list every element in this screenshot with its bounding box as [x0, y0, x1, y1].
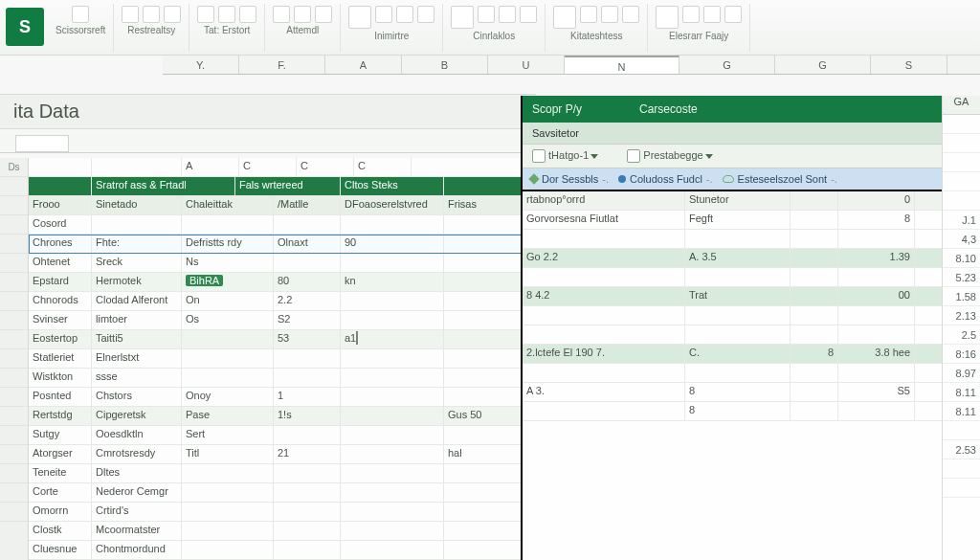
cell[interactable]: Clostk: [29, 522, 92, 540]
ribbon-button[interactable]: [143, 6, 160, 23]
cell[interactable]: 8: [685, 383, 791, 401]
cell[interactable]: [791, 402, 838, 420]
cell[interactable]: Fhte:: [92, 235, 182, 253]
column-header[interactable]: A: [325, 56, 402, 74]
cell[interactable]: [791, 287, 838, 305]
ribbon-button[interactable]: [601, 6, 618, 23]
cell[interactable]: Crtird's: [92, 503, 182, 521]
cell[interactable]: [274, 215, 341, 234]
ribbon-button[interactable]: [622, 6, 639, 23]
ribbon-button[interactable]: [197, 6, 214, 23]
ribbon-button[interactable]: [478, 6, 495, 23]
cell[interactable]: Wistkton: [29, 369, 92, 387]
cell[interactable]: Ohtenet: [29, 254, 92, 272]
ribbon-button[interactable]: [451, 6, 474, 29]
cell[interactable]: [791, 249, 838, 267]
ribbon-button[interactable]: [580, 6, 597, 23]
cell[interactable]: 3.8 hee: [838, 345, 915, 363]
cell[interactable]: [838, 306, 915, 325]
cell[interactable]: Fals wrtereed: [235, 177, 341, 195]
cell[interactable]: 8 4.2: [523, 287, 685, 305]
name-box[interactable]: [15, 135, 69, 152]
row-number[interactable]: Ds: [0, 158, 28, 177]
cell[interactable]: 8.10: [943, 249, 980, 268]
ribbon-button[interactable]: [375, 6, 392, 23]
cell[interactable]: [444, 522, 530, 540]
cell[interactable]: [182, 330, 274, 348]
row-number-gutter[interactable]: Ds: [0, 158, 29, 560]
cell[interactable]: [523, 306, 685, 325]
cell[interactable]: limtoer: [92, 311, 182, 329]
cell[interactable]: [182, 522, 274, 540]
column-headers[interactable]: Y.F.ABUNGGS: [163, 56, 980, 75]
row-number[interactable]: [0, 215, 28, 235]
cell[interactable]: [274, 254, 341, 272]
cell[interactable]: [274, 426, 341, 444]
cell[interactable]: C: [297, 158, 354, 176]
cell[interactable]: Nederor Cemgr: [92, 483, 182, 502]
cell[interactable]: [341, 349, 444, 368]
cell[interactable]: [341, 215, 444, 234]
cell[interactable]: [943, 421, 980, 440]
cell[interactable]: [685, 364, 791, 382]
row-number[interactable]: [0, 349, 28, 369]
cell[interactable]: [444, 349, 530, 368]
cell[interactable]: [523, 268, 685, 286]
cell[interactable]: Ooesdktln: [92, 426, 182, 444]
cell[interactable]: DFoaoserelstvred: [341, 196, 444, 214]
column-header[interactable]: N: [565, 56, 679, 74]
cell[interactable]: [444, 541, 530, 559]
cell[interactable]: Posnted: [29, 388, 92, 406]
cell[interactable]: Taitti5: [92, 330, 182, 348]
cell[interactable]: Sratrof ass & Frtadl: [92, 177, 235, 195]
cell[interactable]: [92, 158, 182, 176]
cell[interactable]: Sreck: [92, 254, 182, 272]
cell[interactable]: Cmrotsresdy: [92, 445, 182, 463]
ribbon-button[interactable]: [72, 6, 89, 23]
cell[interactable]: [274, 522, 341, 540]
cell[interactable]: [444, 426, 530, 444]
cell[interactable]: [444, 503, 530, 521]
cell[interactable]: Rertstdg: [29, 407, 92, 425]
cell[interactable]: A: [182, 158, 239, 176]
cell[interactable]: [838, 230, 915, 248]
cell[interactable]: 8: [685, 402, 791, 420]
cell[interactable]: [444, 215, 530, 234]
ribbon-button[interactable]: [724, 6, 742, 23]
cell[interactable]: Cltos Steks: [341, 177, 444, 195]
column-header[interactable]: Y.: [163, 56, 239, 74]
cell[interactable]: [791, 268, 838, 286]
cell[interactable]: Onoy: [182, 388, 274, 406]
cell[interactable]: Chontmordund: [92, 541, 182, 559]
row-number[interactable]: [0, 177, 28, 196]
cell[interactable]: [791, 325, 838, 344]
cell[interactable]: Olnaxt: [274, 235, 341, 253]
cell[interactable]: [838, 325, 915, 344]
cell[interactable]: S5: [838, 383, 915, 401]
ribbon-button[interactable]: [273, 6, 290, 23]
formula-bar[interactable]: [0, 134, 536, 153]
ribbon-button[interactable]: [656, 6, 679, 29]
ribbon-button[interactable]: [703, 6, 721, 23]
cell[interactable]: [523, 402, 685, 420]
ribbon-button[interactable]: [164, 6, 181, 23]
cell[interactable]: [341, 407, 444, 425]
cell[interactable]: hal: [444, 445, 530, 463]
cell[interactable]: [444, 464, 530, 482]
cell[interactable]: 2.5: [943, 325, 980, 345]
cell[interactable]: a1: [341, 330, 444, 348]
cell[interactable]: Gorvorsesna Fiutlat: [523, 211, 685, 229]
cell[interactable]: [341, 483, 444, 502]
ribbon-button[interactable]: [218, 6, 235, 23]
cell[interactable]: 00: [838, 287, 915, 305]
row-number[interactable]: [0, 464, 28, 483]
ribbon-button[interactable]: [396, 6, 413, 23]
cell[interactable]: 1.58: [943, 287, 980, 306]
cell[interactable]: /Matlle: [274, 196, 341, 214]
cell[interactable]: 2.53: [943, 440, 980, 459]
cell[interactable]: Elnerlstxt: [92, 349, 182, 368]
cell[interactable]: C: [354, 158, 412, 176]
cell[interactable]: Pase: [182, 407, 274, 425]
cell[interactable]: [341, 541, 444, 559]
ribbon-button[interactable]: [294, 6, 311, 23]
